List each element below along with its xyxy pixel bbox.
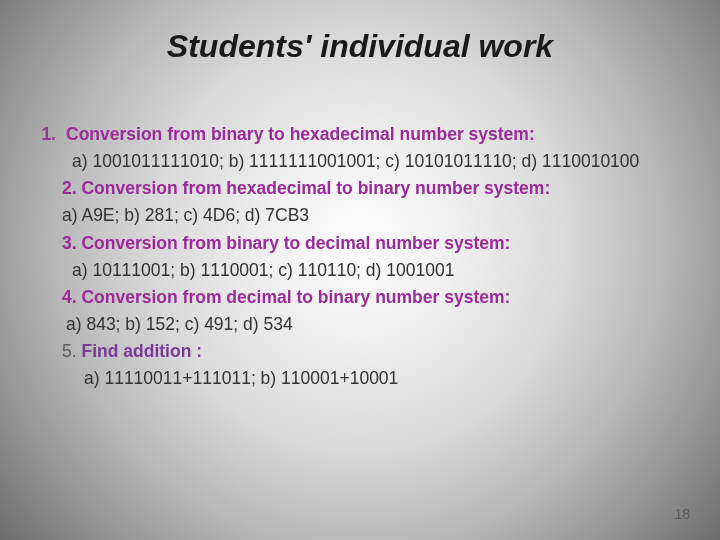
item-1-number: 1. bbox=[36, 121, 56, 148]
item-1-heading-text: Conversion from binary to hexadecimal nu… bbox=[66, 124, 535, 144]
item-2-heading-text: Conversion from hexadecimal to binary nu… bbox=[81, 178, 550, 198]
item-5-heading: 5. Find addition : bbox=[36, 338, 684, 365]
item-4-heading: 4. Conversion from decimal to binary num… bbox=[36, 284, 684, 311]
item-2-number: 2. bbox=[62, 178, 77, 198]
item-3-number: 3. bbox=[62, 233, 77, 253]
item-2-heading: 2. Conversion from hexadecimal to binary… bbox=[36, 175, 684, 202]
item-1-body: a) 1001011111010; b) 1111111001001; c) 1… bbox=[36, 148, 684, 175]
item-3-heading: 3. Conversion from binary to decimal num… bbox=[36, 230, 684, 257]
item-4-body: a) 843; b) 152; c) 491; d) 534 bbox=[36, 311, 684, 338]
item-1-heading: 1.Conversion from binary to hexadecimal … bbox=[36, 121, 684, 148]
item-5-number: 5. bbox=[62, 341, 77, 361]
item-3-heading-text: Conversion from binary to decimal number… bbox=[81, 233, 510, 253]
page-title: Students' individual work bbox=[0, 0, 720, 69]
item-4-heading-text: Conversion from decimal to binary number… bbox=[81, 287, 510, 307]
slide: Students' individual work 1.Conversion f… bbox=[0, 0, 720, 540]
item-4-number: 4. bbox=[62, 287, 77, 307]
item-5-heading-text: Find addition : bbox=[81, 341, 202, 361]
page-number: 18 bbox=[674, 506, 690, 522]
content-block: 1.Conversion from binary to hexadecimal … bbox=[0, 69, 720, 392]
item-5-body: a) 11110011+111011; b) 110001+10001 bbox=[36, 365, 684, 392]
item-2-body: a) A9E; b) 281; c) 4D6; d) 7CB3 bbox=[36, 202, 684, 229]
item-3-body: a) 10111001; b) 1110001; c) 110110; d) 1… bbox=[36, 257, 684, 284]
